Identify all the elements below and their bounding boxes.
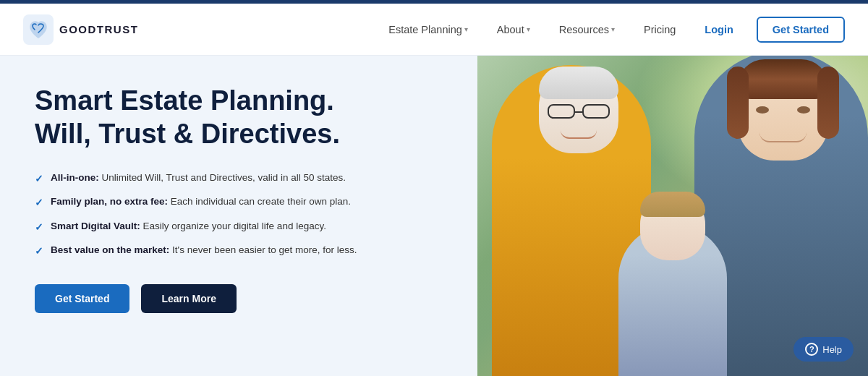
hero-get-started-label: Get Started xyxy=(55,293,109,304)
feature-text-4: Best value on the market: It's never bee… xyxy=(51,243,357,257)
person-grandmother-head xyxy=(539,67,618,153)
grandmother-smile xyxy=(561,130,597,139)
feature-bold-3: Smart Digital Vault: xyxy=(51,221,140,231)
hero-learn-more-label: Learn More xyxy=(161,293,216,304)
glasses-left xyxy=(548,104,575,119)
hero-title: Smart Estate Planning. Will, Trust & Dir… xyxy=(35,85,443,150)
navbar: GOODTRUST Estate Planning ▾ About ▾ Reso… xyxy=(0,4,868,56)
hero-get-started-button[interactable]: Get Started xyxy=(35,284,129,313)
feature-bold-1: All-in-one: xyxy=(51,172,99,183)
feature-item-family: ✓ Family plan, no extra fee: Each indivi… xyxy=(35,195,382,210)
hero-section: Smart Estate Planning. Will, Trust & Dir… xyxy=(0,56,868,376)
feature-desc-1: Unlimited Will, Trust and Directives, va… xyxy=(99,172,346,183)
check-icon-1: ✓ xyxy=(35,171,43,186)
get-started-button[interactable]: Get Started xyxy=(757,17,845,43)
feature-item-vault: ✓ Smart Digital Vault: Easily organize y… xyxy=(35,219,382,234)
help-button[interactable]: ? Help xyxy=(793,337,854,362)
nav-login[interactable]: Login xyxy=(693,18,744,41)
person-mother-head xyxy=(738,59,828,161)
feature-desc-3: Easily organize your digital life and le… xyxy=(140,221,326,231)
nav-pricing[interactable]: Pricing xyxy=(632,18,687,41)
mother-hair xyxy=(738,59,828,99)
mother-eye-right xyxy=(797,106,810,114)
person-child-head xyxy=(640,192,705,260)
feature-bold-2: Family plan, no extra fee: xyxy=(51,196,168,207)
logo-text: GOODTRUST xyxy=(59,23,138,35)
hero-title-line2: Will, Trust & Directives. xyxy=(35,119,340,149)
glasses-bridge xyxy=(575,111,584,113)
chevron-down-icon: ▾ xyxy=(611,25,615,33)
hero-cta-buttons: Get Started Learn More xyxy=(35,284,443,313)
hero-learn-more-button[interactable]: Learn More xyxy=(141,284,236,313)
feature-text-2: Family plan, no extra fee: Each individu… xyxy=(51,195,351,209)
hero-photo-placeholder xyxy=(477,56,868,376)
nav-links: Estate Planning ▾ About ▾ Resources ▾ Pr… xyxy=(377,17,845,43)
feature-text-3: Smart Digital Vault: Easily organize you… xyxy=(51,219,326,234)
grandmother-hair xyxy=(539,67,618,99)
glasses-right xyxy=(582,104,610,119)
help-circle-icon: ? xyxy=(805,343,818,356)
mother-hair-right xyxy=(817,67,839,139)
nav-pricing-label: Pricing xyxy=(644,24,676,35)
child-hair xyxy=(640,192,705,217)
help-label: Help xyxy=(822,344,842,355)
nav-resources[interactable]: Resources ▾ xyxy=(548,18,626,41)
chevron-down-icon: ▾ xyxy=(527,25,530,33)
check-icon-3: ✓ xyxy=(35,220,43,234)
feature-item-value: ✓ Best value on the market: It's never b… xyxy=(35,243,382,258)
feature-desc-4: It's never been easier to get more, for … xyxy=(169,244,357,255)
nav-resources-label: Resources xyxy=(559,24,609,35)
hero-image: ? Help xyxy=(477,56,868,376)
feature-text-1: All-in-one: Unlimited Will, Trust and Di… xyxy=(51,171,346,185)
nav-about-label: About xyxy=(497,24,524,35)
nav-estate-planning[interactable]: Estate Planning ▾ xyxy=(377,18,480,41)
mother-eye-left xyxy=(756,106,769,114)
nav-about[interactable]: About ▾ xyxy=(485,18,542,41)
mother-smile xyxy=(760,132,807,142)
hero-features-list: ✓ All-in-one: Unlimited Will, Trust and … xyxy=(35,171,443,258)
hero-title-line1: Smart Estate Planning. xyxy=(35,85,334,116)
logo-icon xyxy=(23,14,54,45)
chevron-down-icon: ▾ xyxy=(464,25,468,33)
nav-login-label: Login xyxy=(705,24,733,35)
nav-estate-planning-label: Estate Planning xyxy=(388,24,462,35)
get-started-label: Get Started xyxy=(773,24,829,35)
check-icon-4: ✓ xyxy=(35,244,43,258)
feature-item-allinone: ✓ All-in-one: Unlimited Will, Trust and … xyxy=(35,171,382,186)
logo[interactable]: GOODTRUST xyxy=(23,14,138,45)
mother-hair-left xyxy=(727,67,749,139)
hero-content: Smart Estate Planning. Will, Trust & Dir… xyxy=(0,56,477,376)
feature-desc-2: Each individual can create their own pla… xyxy=(168,196,351,207)
feature-bold-4: Best value on the market: xyxy=(51,244,169,255)
check-icon-2: ✓ xyxy=(35,195,43,210)
